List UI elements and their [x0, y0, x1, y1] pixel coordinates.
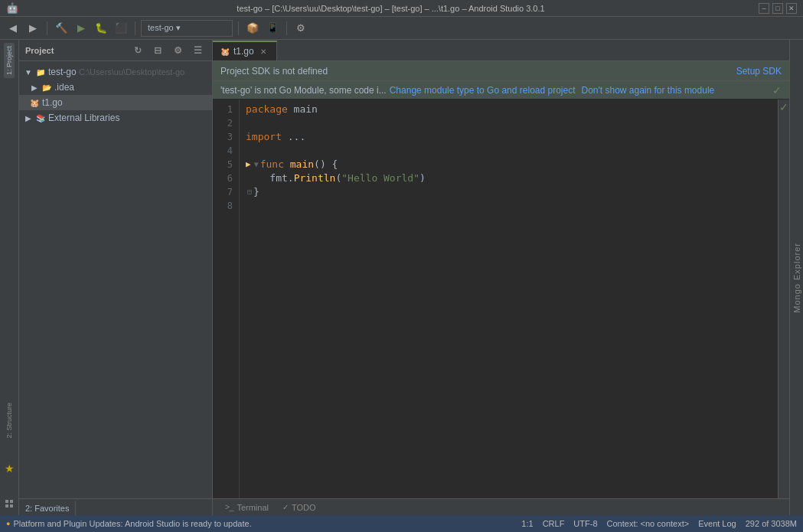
update-dot-icon: ● — [6, 520, 10, 527]
line-ending[interactable]: CRLF — [543, 519, 565, 528]
keyword-package: package — [246, 103, 288, 116]
green-check-icon: ✓ — [772, 84, 782, 96]
t1go-label: t1.go — [42, 97, 63, 108]
terminal-tab[interactable]: >_ Terminal — [219, 501, 275, 514]
mongo-explorer-label[interactable]: Mongo Explorer — [792, 243, 801, 313]
import-ellipsis: ... — [282, 130, 305, 144]
toolbar: ◀ ▶ 🔨 ▶ 🐛 ⬛ test-go ▾ 📦 📱 ⚙ — [0, 17, 803, 40]
sidebar-content: ▼ 📁 test-go C:\Users\uu\Desktop\test-go … — [19, 61, 212, 498]
activity-project-button[interactable]: 1: Project — [4, 43, 15, 78]
status-left: ● Platform and Plugin Updates: Android S… — [6, 519, 252, 528]
sidebar-collapse-icon[interactable]: ⊟ — [149, 42, 166, 59]
close-button[interactable]: ✕ — [786, 3, 797, 14]
sidebar-menu-icon[interactable]: ☰ — [189, 42, 206, 59]
fmt-pkg: fmt. — [246, 171, 294, 185]
right-gutter: ✓ — [778, 100, 789, 498]
code-line-8 — [246, 199, 772, 213]
tree-item-ext-libs[interactable]: ▶ 📚 External Libraries — [19, 110, 212, 126]
encoding[interactable]: UTF-8 — [573, 519, 597, 528]
toolbar-run-button[interactable]: ▶ — [73, 20, 90, 37]
gutter-check-icon: ✓ — [779, 100, 788, 113]
cursor-position[interactable]: 1:1 — [521, 519, 533, 528]
tree-item-root[interactable]: ▼ 📁 test-go C:\Users\uu\Desktop\test-go — [19, 64, 212, 80]
toolbar-sdk-manager-button[interactable]: 📦 — [244, 20, 261, 37]
extlib-label: External Libraries — [48, 113, 119, 123]
close-paren: ) — [419, 171, 426, 185]
maximize-button[interactable]: □ — [772, 3, 783, 14]
extlib-icon: 📚 — [34, 112, 47, 124]
sidebar-title: Project — [25, 46, 54, 55]
code-line-1: package main — [246, 103, 772, 116]
todo-icon: ✓ — [282, 503, 289, 511]
toolbar-stop-button[interactable]: ⬛ — [113, 20, 129, 37]
sidebar-sync-icon[interactable]: ↻ — [129, 42, 146, 59]
code-line-7: ⊟ } — [246, 185, 772, 199]
svg-rect-3 — [10, 504, 13, 508]
closing-brace: } — [253, 185, 260, 199]
toolbar-settings-button[interactable]: ⚙ — [292, 20, 309, 37]
activity-extra-button[interactable] — [1, 495, 18, 512]
tab-file-icon: 🐹 — [220, 47, 230, 56]
terminal-icon: >_ — [225, 503, 233, 511]
toolbar-forward-button[interactable]: ▶ — [24, 20, 41, 37]
fold-icon-5[interactable]: ▼ — [254, 158, 259, 171]
sidebar-tabs: 2: Favorites — [19, 498, 212, 515]
sidebar-header-icons: ↻ ⊟ ⚙ ☰ — [129, 42, 206, 59]
status-right: 1:1 CRLF UTF-8 Context: <no context> Eve… — [521, 519, 797, 528]
line-numbers: 1 2 3 4 5 6 7 8 — [213, 100, 240, 498]
sidebar-settings-icon[interactable]: ⚙ — [169, 42, 186, 59]
window-title: test-go – [C:\Users\uu\Desktop\test-go] … — [23, 4, 759, 13]
context-info[interactable]: Context: <no context> — [607, 519, 690, 528]
svg-rect-1 — [10, 500, 13, 503]
tree-item-t1go[interactable]: 🐹 t1.go — [19, 95, 212, 110]
event-log-button[interactable]: Event Log — [698, 519, 736, 528]
svg-rect-0 — [5, 500, 8, 503]
todo-tab[interactable]: ✓ TODO — [276, 501, 322, 514]
tab-close-button[interactable]: ✕ — [258, 46, 269, 57]
update-text[interactable]: Platform and Plugin Updates: Android Stu… — [13, 519, 251, 528]
idea-expand-icon: ▶ — [28, 81, 41, 93]
memory-indicator[interactable]: 292 of 3038M — [746, 519, 797, 528]
toolbar-separator-3 — [238, 21, 239, 35]
toolbar-build-button[interactable]: 🔨 — [53, 20, 70, 37]
activity-favorites-button[interactable]: ★ — [1, 460, 18, 477]
tab-label: t1.go — [233, 46, 254, 57]
tree-item-idea[interactable]: ▶ 📂 .idea — [19, 80, 212, 95]
window-controls: – □ ✕ — [759, 3, 797, 14]
dont-show-again-link[interactable]: Don't show again for this module — [582, 85, 715, 96]
toolbar-back-button[interactable]: ◀ — [5, 20, 21, 37]
code-line-3: import ... — [246, 130, 772, 144]
t1go-file-icon: 🐹 — [28, 96, 41, 109]
minimize-button[interactable]: – — [759, 3, 769, 14]
bottom-panel: >_ Terminal ✓ TODO — [213, 498, 789, 515]
ident-main-1: main — [288, 103, 318, 116]
run-config-dropdown[interactable]: test-go ▾ — [141, 20, 233, 37]
code-content[interactable]: package main import ... ▶ ▼ func main — [240, 100, 778, 498]
fold-icon-7[interactable]: ⊟ — [247, 185, 252, 199]
sidebar: Project ↻ ⊟ ⚙ ☰ ▼ 📁 test-go C:\Users\uu\… — [19, 40, 213, 515]
project-label: test-go C:\Users\uu\Desktop\test-go — [48, 67, 184, 77]
setup-sdk-link[interactable]: Setup SDK — [736, 66, 782, 77]
code-line-4 — [246, 144, 772, 158]
module-notification-text: 'test-go' is not Go Module, some code i.… — [220, 85, 387, 96]
idea-folder-icon: 📂 — [41, 81, 53, 93]
sidebar-header: Project ↻ ⊟ ⚙ ☰ — [19, 40, 212, 61]
idea-label: .idea — [54, 82, 74, 93]
svg-rect-2 — [5, 504, 8, 508]
change-module-type-link[interactable]: Change module type to Go and reload proj… — [390, 85, 576, 96]
debug-arrow-icon: ▶ — [246, 158, 251, 171]
app-icon: 🤖 — [6, 2, 18, 14]
code-line-2 — [246, 116, 772, 130]
terminal-label: Terminal — [237, 503, 269, 512]
keyword-import: import — [246, 130, 282, 144]
activity-structure-button[interactable]: 2: Structure — [4, 400, 15, 442]
favorites-tab[interactable]: 2: Favorites — [19, 501, 76, 515]
editor-tab-t1go[interactable]: 🐹 t1.go ✕ — [213, 41, 277, 60]
func-name-main: main — [284, 158, 314, 171]
toolbar-avd-manager-button[interactable]: 📱 — [264, 20, 281, 37]
toolbar-debug-button[interactable]: 🐛 — [93, 20, 109, 37]
toolbar-separator-2 — [135, 21, 135, 35]
mongo-explorer-sidebar: Mongo Explorer — [789, 40, 803, 515]
code-line-5: ▶ ▼ func main () { — [246, 158, 772, 171]
toolbar-separator-4 — [286, 21, 287, 35]
